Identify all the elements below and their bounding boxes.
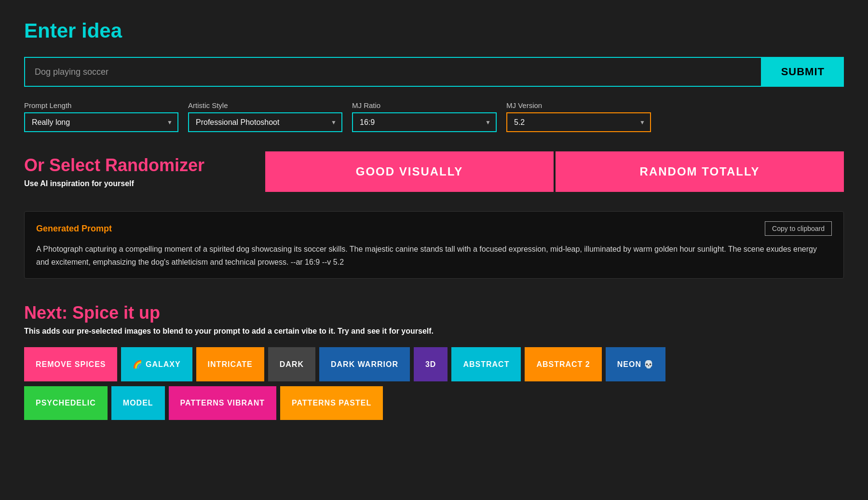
- prompt-length-select[interactable]: Short Medium Long Really long: [24, 112, 178, 132]
- prompt-length-label: Prompt Length: [24, 101, 178, 109]
- randomizer-title-static: Or: [24, 155, 49, 175]
- artistic-style-wrapper: None Professional Photoshoot Cinematic A…: [188, 112, 342, 132]
- spice-galaxy-button[interactable]: 🌈 GALAXY: [121, 347, 192, 381]
- spice-intricate-button[interactable]: INTRICATE: [196, 347, 264, 381]
- spice-title: Next: Spice it up: [24, 303, 844, 323]
- generated-prompt-header: Generated Prompt Copy to clipboard: [36, 221, 832, 236]
- mj-version-group: MJ Version 4 5 5.1 5.2 6: [506, 101, 651, 132]
- mj-ratio-label: MJ Ratio: [352, 101, 497, 109]
- dropdowns-row: Prompt Length Short Medium Long Really l…: [24, 101, 844, 132]
- spice-section: Next: Spice it up This adds our pre-sele…: [24, 303, 844, 420]
- mj-ratio-wrapper: 1:1 4:3 16:9 9:16 2:3: [352, 112, 497, 132]
- spice-abstract2-button[interactable]: ABSTRACT 2: [525, 347, 601, 381]
- spice-patterns-pastel-button[interactable]: PATTERNS PASTEL: [280, 386, 383, 420]
- generated-prompt-title: Generated Prompt: [36, 224, 112, 234]
- good-visually-button[interactable]: GOOD VISUALLY: [265, 151, 554, 192]
- submit-button[interactable]: SUBMIT: [762, 57, 844, 87]
- prompt-length-group: Prompt Length Short Medium Long Really l…: [24, 101, 178, 132]
- mj-ratio-group: MJ Ratio 1:1 4:3 16:9 9:16 2:3: [352, 101, 497, 132]
- mj-version-select[interactable]: 4 5 5.1 5.2 6: [506, 112, 651, 132]
- generated-prompt-section: Generated Prompt Copy to clipboard A Pho…: [24, 211, 844, 279]
- spice-buttons-row2: PSYCHEDELIC MODEL PATTERNS VIBRANT PATTE…: [24, 386, 844, 420]
- spice-neon-button[interactable]: NEON 💀: [606, 347, 666, 381]
- mj-version-wrapper: 4 5 5.1 5.2 6: [506, 112, 651, 132]
- mj-ratio-select[interactable]: 1:1 4:3 16:9 9:16 2:3: [352, 112, 497, 132]
- generated-prompt-text: A Photograph capturing a compelling mome…: [36, 243, 832, 269]
- spice-3d-button[interactable]: 3D: [414, 347, 448, 381]
- randomizer-subtitle: Use AI inspiration for yourself: [24, 179, 246, 188]
- artistic-style-select[interactable]: None Professional Photoshoot Cinematic A…: [188, 112, 342, 132]
- spice-dark-warrior-button[interactable]: DARK WARRIOR: [319, 347, 410, 381]
- spice-subtitle: This adds our pre-selected images to ble…: [24, 327, 844, 336]
- randomizer-title-block: Or Select Randomizer Use AI inspiration …: [24, 155, 246, 188]
- random-totally-button[interactable]: RANDOM TOTALLY: [556, 151, 844, 192]
- idea-input-row: SUBMIT: [24, 57, 844, 87]
- randomizer-buttons: GOOD VISUALLY RANDOM TOTALLY: [265, 151, 844, 192]
- randomizer-title-dynamic: Select Randomizer: [49, 155, 204, 175]
- artistic-style-group: Artistic Style None Professional Photosh…: [188, 101, 342, 132]
- artistic-style-label: Artistic Style: [188, 101, 342, 109]
- page-title: Enter idea: [24, 19, 844, 42]
- spice-remove-button[interactable]: REMOVE SPICES: [24, 347, 117, 381]
- spice-dark-button[interactable]: DARK: [268, 347, 315, 381]
- prompt-length-wrapper: Short Medium Long Really long: [24, 112, 178, 132]
- randomizer-title: Or Select Randomizer: [24, 155, 246, 176]
- randomizer-section: Or Select Randomizer Use AI inspiration …: [24, 151, 844, 192]
- copy-to-clipboard-button[interactable]: Copy to clipboard: [765, 221, 832, 236]
- spice-model-button[interactable]: MODEL: [111, 386, 165, 420]
- spice-patterns-vibrant-button[interactable]: PATTERNS VIBRANT: [169, 386, 276, 420]
- spice-title-dynamic: Spice it up: [72, 303, 160, 323]
- spice-psychedelic-button[interactable]: PSYCHEDELIC: [24, 386, 108, 420]
- idea-input[interactable]: [24, 57, 762, 87]
- spice-title-static: Next:: [24, 303, 72, 323]
- spice-abstract-button[interactable]: ABSTRACT: [451, 347, 521, 381]
- mj-version-label: MJ Version: [506, 101, 651, 109]
- spice-buttons-row1: REMOVE SPICES 🌈 GALAXY INTRICATE DARK DA…: [24, 347, 844, 381]
